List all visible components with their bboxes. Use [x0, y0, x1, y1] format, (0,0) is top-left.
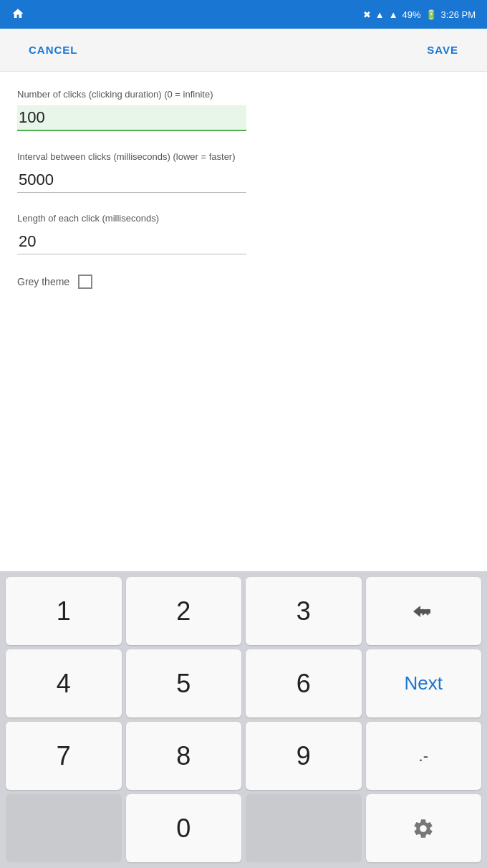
battery-percent: 49% — [402, 9, 421, 20]
key-4[interactable]: 4 — [6, 649, 122, 717]
key-gear[interactable] — [366, 794, 482, 862]
grey-theme-checkbox[interactable] — [78, 275, 92, 289]
signal-icon: ▲ — [389, 9, 398, 20]
interval-input[interactable] — [17, 168, 246, 193]
action-bar: CANCEL SAVE — [0, 29, 487, 72]
wifi-icon: ▲ — [375, 9, 385, 20]
clicks-input[interactable] — [17, 105, 246, 131]
key-empty — [6, 794, 122, 862]
key-next[interactable]: Next — [366, 649, 482, 717]
clicks-field-group: Number of clicks (clicking duration) (0 … — [17, 89, 470, 131]
length-field-group: Length of each click (milliseconds) — [17, 213, 470, 254]
status-icons: ✖ ▲ ▲ 49% 🔋 3:26 PM — [363, 9, 476, 20]
interval-label: Interval between clicks (milliseconds) (… — [17, 151, 470, 162]
length-input[interactable] — [17, 229, 246, 254]
key-5[interactable]: 5 — [126, 649, 242, 717]
grey-theme-label: Grey theme — [17, 276, 69, 287]
cancel-button[interactable]: CANCEL — [29, 44, 78, 56]
key-8[interactable]: 8 — [126, 722, 242, 790]
clicks-label: Number of clicks (clicking duration) (0 … — [17, 89, 470, 100]
key-backspace[interactable] — [366, 577, 482, 645]
clicks-input-wrapper[interactable] — [17, 105, 470, 131]
battery-icon: 🔋 — [425, 9, 437, 20]
key-0[interactable]: 0 — [126, 794, 242, 862]
interval-field-group: Interval between clicks (milliseconds) (… — [17, 151, 470, 193]
key-2[interactable]: 2 — [126, 577, 242, 645]
key-3[interactable]: 3 — [246, 577, 362, 645]
key-1[interactable]: 1 — [6, 577, 122, 645]
status-bar: ✖ ▲ ▲ 49% 🔋 3:26 PM — [0, 0, 487, 29]
grey-theme-row: Grey theme — [17, 275, 470, 289]
no-sim-icon: ✖ — [363, 9, 371, 20]
key-dash[interactable]: .- — [366, 722, 482, 790]
interval-input-wrapper[interactable] — [17, 168, 470, 193]
time-display: 3:26 PM — [441, 9, 476, 20]
home-icon — [11, 7, 24, 22]
length-label: Length of each click (milliseconds) — [17, 213, 470, 224]
key-9[interactable]: 9 — [246, 722, 362, 790]
key-empty — [246, 794, 362, 862]
length-input-wrapper[interactable] — [17, 229, 470, 254]
key-6[interactable]: 6 — [246, 649, 362, 717]
numeric-keyboard: 123 456Next789.-0 — [0, 571, 487, 868]
form-area: Number of clicks (clicking duration) (0 … — [0, 72, 487, 571]
save-button[interactable]: SAVE — [427, 44, 458, 56]
key-7[interactable]: 7 — [6, 722, 122, 790]
